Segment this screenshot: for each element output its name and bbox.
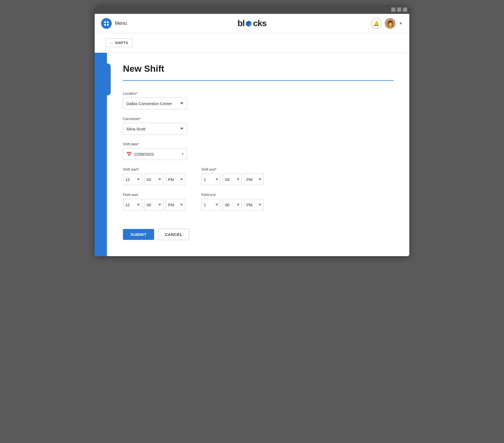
field-end-ampm-select[interactable]: AMPM — [244, 199, 264, 211]
accent-shape — [103, 63, 111, 95]
canvasser-field-group: Canvasser* Alina Scott — [123, 117, 235, 135]
svg-rect-1 — [107, 21, 109, 23]
left-accent — [95, 53, 107, 256]
notifications-button[interactable]: 🔔 — [371, 18, 382, 29]
logo: bl cks — [238, 18, 267, 28]
field-end-label: Field end — [201, 193, 264, 197]
field-end-row: Field end 12123 4567 891011 00153045 — [201, 193, 264, 211]
shift-end-group: Shift end* 12123 4567 891011 00153045 — [201, 167, 264, 193]
new-shift-form: Location* Dallas Convention Center Canva… — [123, 91, 235, 240]
avatar[interactable]: 👩 — [385, 18, 395, 29]
field-end-group: Field end 12123 4567 891011 00153045 — [201, 193, 264, 218]
svg-rect-0 — [104, 21, 106, 23]
svg-rect-3 — [107, 24, 109, 25]
grid-icon — [103, 21, 109, 26]
shift-end-row: Shift end* 12123 4567 891011 00153045 — [201, 167, 264, 185]
section-divider — [123, 80, 393, 81]
shift-date-label: Shift date* — [123, 142, 235, 146]
shift-start-label: Shift start* — [123, 167, 185, 171]
back-to-shifts-button[interactable]: ← SHIFTS — [105, 38, 133, 47]
nav-right: 🔔 👩 ▾ — [371, 18, 403, 29]
field-start-ampm-select[interactable]: AMPM — [166, 199, 185, 211]
avatar-image: 👩 — [387, 20, 394, 27]
field-end-hour-select[interactable]: 12123 4567 891011 — [201, 199, 221, 211]
svg-rect-2 — [104, 24, 106, 25]
shift-start-group: Shift start* 12 1234 5678 91011 00153045 — [123, 167, 185, 193]
minimize-button[interactable]: — — [391, 7, 395, 12]
topnav: Menu bl cks 🔔 👩 ▾ — [95, 14, 409, 33]
date-chevron-icon: ▾ — [182, 152, 183, 156]
canvasser-label: Canvasser* — [123, 117, 235, 121]
avatar-dropdown-button[interactable]: ▾ — [399, 21, 403, 26]
canvasser-select[interactable]: Alina Scott — [123, 123, 187, 135]
back-arrow-icon: ← — [110, 41, 114, 45]
logo-cube-icon — [245, 20, 253, 27]
field-end-minute-select[interactable]: 00153045 — [223, 199, 242, 211]
page-content: New Shift Location* Dallas Convention Ce… — [95, 53, 409, 256]
location-label: Location* — [123, 91, 235, 95]
field-start-row: Field start 12123 4567 891011 00153045 — [123, 193, 185, 211]
shift-end-label: Shift end* — [201, 167, 264, 171]
field-times-row: Field start 12123 4567 891011 00153045 — [123, 193, 235, 218]
breadcrumb-label: SHIFTS — [115, 41, 128, 45]
shift-start-row: Shift start* 12 1234 5678 91011 00153045 — [123, 167, 185, 185]
calendar-icon: 📅 — [126, 152, 132, 157]
location-select[interactable]: Dallas Convention Center — [123, 98, 187, 109]
shift-start-ampm-select[interactable]: AMPM — [166, 174, 185, 185]
chevron-down-icon: ▾ — [400, 21, 402, 26]
bell-icon: 🔔 — [373, 21, 379, 26]
page-title: New Shift — [123, 63, 393, 74]
maximize-button[interactable]: □ — [397, 7, 401, 12]
shift-end-hour-select[interactable]: 12123 4567 891011 — [201, 174, 221, 185]
shift-start-minute-select[interactable]: 00153045 — [144, 174, 163, 185]
nav-left: Menu — [101, 18, 127, 29]
shift-date-wrapper[interactable]: 📅 12/08/2023 ▾ — [123, 148, 187, 160]
shift-end-ampm-select[interactable]: AMPM — [244, 174, 264, 185]
field-end-fields: 12123 4567 891011 00153045 AMPM — [201, 199, 264, 211]
shift-start-fields: 12 1234 5678 91011 00153045 AMPM — [123, 174, 185, 185]
main-area: New Shift Location* Dallas Convention Ce… — [107, 53, 409, 256]
field-start-group: Field start 12123 4567 891011 00153045 — [123, 193, 185, 218]
close-button[interactable]: ✕ — [403, 7, 407, 12]
shift-date-select[interactable]: 12/08/2023 — [134, 152, 180, 156]
menu-icon[interactable] — [101, 18, 112, 29]
shift-end-minute-select[interactable]: 00153045 — [223, 174, 242, 185]
app-window: — □ ✕ Menu bl — [95, 5, 409, 256]
field-start-minute-select[interactable]: 00153045 — [144, 199, 163, 211]
shift-date-field-group: Shift date* 📅 12/08/2023 ▾ — [123, 142, 235, 160]
shift-times-row: Shift start* 12 1234 5678 91011 00153045 — [123, 167, 235, 193]
breadcrumb-bar: ← SHIFTS — [95, 33, 409, 53]
titlebar: — □ ✕ — [95, 5, 409, 14]
field-start-label: Field start — [123, 193, 185, 197]
cancel-button[interactable]: CANCEL — [158, 229, 189, 240]
location-field-group: Location* Dallas Convention Center — [123, 91, 235, 109]
shift-start-hour-select[interactable]: 12 1234 5678 91011 — [123, 174, 142, 185]
field-start-hour-select[interactable]: 12123 4567 891011 — [123, 199, 142, 211]
action-row: SUBMIT CANCEL — [123, 229, 235, 240]
menu-label: Menu — [115, 21, 127, 26]
field-start-fields: 12123 4567 891011 00153045 AMPM — [123, 199, 185, 211]
submit-button[interactable]: SUBMIT — [123, 229, 154, 240]
shift-end-fields: 12123 4567 891011 00153045 AMPM — [201, 174, 264, 185]
